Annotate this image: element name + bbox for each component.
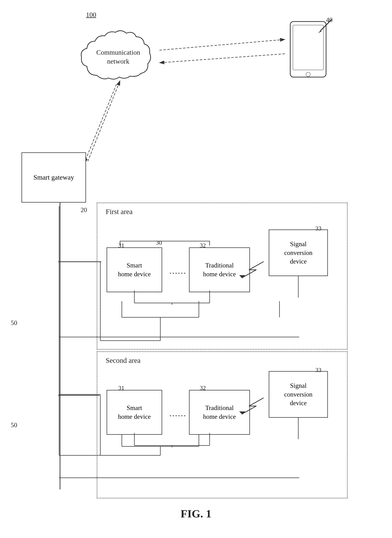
ref-50-second: 50 [11,421,17,429]
mobile-device [283,18,337,93]
ref-20: 20 [81,206,87,214]
ref-33-1a: 33 [315,225,322,232]
dots-1a: ...... [169,265,187,276]
diagram: 100 Communication network 40 Smart gatew… [0,0,392,538]
signal-conversion-device-2a: Signalconversiondevice [269,371,328,418]
svg-line-6 [84,84,117,163]
smart-home-device-1a: Smarthome device [107,247,162,292]
svg-text:network: network [107,57,130,65]
svg-line-3 [159,39,285,50]
ref-50-first: 50 [11,319,17,327]
first-area-label: First area [106,207,133,216]
ref-31-1a: 31 [118,242,124,249]
svg-point-28 [306,72,310,76]
signal-conversion-device-1a: Signalconversiondevice [269,230,328,276]
second-area-label: Second area [106,356,140,365]
svg-line-4 [159,54,285,63]
smart-home-device-2a: Smarthome device [107,390,162,435]
communication-network-cloud: Communication network [77,25,159,93]
figure-label: FIG. 1 [0,507,392,520]
ref-100: 100 [86,11,96,19]
smart-gateway-box: Smart gateway [22,152,86,203]
dots-2a: ...... [169,408,187,419]
ref-31-2a: 31 [118,385,124,391]
ref-33-2a: 33 [315,367,322,373]
ref-32-1a: 32 [200,242,206,249]
svg-text:Communication: Communication [96,49,140,56]
ref-32-2a: 32 [200,385,206,391]
ref-40: 40 [326,16,332,24]
svg-rect-27 [293,25,323,70]
